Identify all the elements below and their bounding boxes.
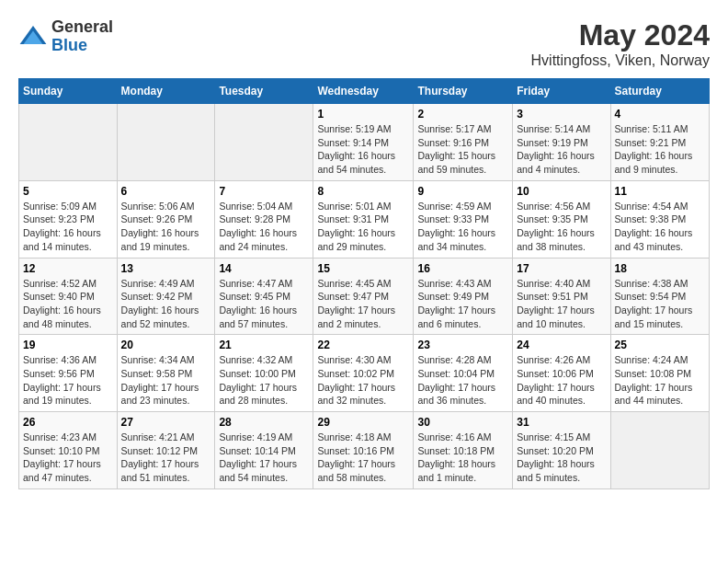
day-number: 18	[615, 262, 705, 275]
calendar-cell: 12Sunrise: 4:52 AMSunset: 9:40 PMDayligh…	[19, 258, 118, 335]
day-info: Sunrise: 4:38 AMSunset: 9:54 PMDaylight:…	[615, 277, 705, 331]
calendar-cell: 5Sunrise: 5:09 AMSunset: 9:23 PMDaylight…	[19, 180, 118, 258]
calendar-title: May 2024	[531, 18, 710, 52]
day-number: 23	[417, 339, 508, 351]
calendar-table: SundayMondayTuesdayWednesdayThursdayFrid…	[18, 78, 710, 489]
day-number: 1	[317, 108, 409, 121]
calendar-cell: 9Sunrise: 4:59 AMSunset: 9:33 PMDaylight…	[414, 180, 513, 258]
day-info: Sunrise: 5:06 AMSunset: 9:26 PMDaylight:…	[121, 200, 211, 254]
day-info: Sunrise: 4:43 AMSunset: 9:49 PMDaylight:…	[417, 277, 508, 331]
day-info: Sunrise: 5:14 AMSunset: 9:19 PMDaylight:…	[517, 122, 606, 177]
day-info: Sunrise: 4:34 AMSunset: 9:58 PMDaylight:…	[121, 353, 211, 408]
day-number: 13	[121, 262, 211, 275]
calendar-cell	[19, 104, 118, 181]
logo-text: General Blue	[51, 18, 113, 55]
calendar-cell: 26Sunrise: 4:23 AMSunset: 10:10 PMDaylig…	[19, 412, 118, 489]
day-number: 29	[317, 416, 409, 429]
calendar-cell: 15Sunrise: 4:45 AMSunset: 9:47 PMDayligh…	[313, 258, 414, 335]
day-number: 6	[121, 185, 211, 198]
day-number: 20	[121, 339, 211, 351]
day-number: 19	[23, 339, 113, 351]
day-number: 28	[219, 416, 309, 429]
calendar-week-row: 19Sunrise: 4:36 AMSunset: 9:56 PMDayligh…	[19, 335, 710, 412]
day-info: Sunrise: 4:18 AMSunset: 10:16 PMDaylight…	[317, 431, 409, 485]
calendar-cell: 21Sunrise: 4:32 AMSunset: 10:00 PMDaylig…	[215, 335, 313, 412]
day-number: 2	[417, 108, 508, 121]
day-info: Sunrise: 4:23 AMSunset: 10:10 PMDaylight…	[23, 431, 113, 485]
calendar-cell: 11Sunrise: 4:54 AMSunset: 9:38 PMDayligh…	[610, 180, 709, 258]
day-info: Sunrise: 4:32 AMSunset: 10:00 PMDaylight…	[219, 353, 309, 408]
calendar-cell: 24Sunrise: 4:26 AMSunset: 10:06 PMDaylig…	[513, 335, 610, 412]
day-info: Sunrise: 4:36 AMSunset: 9:56 PMDaylight:…	[23, 353, 113, 408]
calendar-cell: 16Sunrise: 4:43 AMSunset: 9:49 PMDayligh…	[414, 258, 513, 335]
day-number: 21	[219, 339, 309, 351]
day-info: Sunrise: 5:09 AMSunset: 9:23 PMDaylight:…	[23, 200, 113, 254]
calendar-cell: 4Sunrise: 5:11 AMSunset: 9:21 PMDaylight…	[610, 104, 709, 181]
calendar-cell: 22Sunrise: 4:30 AMSunset: 10:02 PMDaylig…	[313, 335, 414, 412]
logo-icon	[18, 22, 48, 52]
day-number: 31	[517, 416, 606, 429]
calendar-body: 1Sunrise: 5:19 AMSunset: 9:14 PMDaylight…	[19, 104, 710, 489]
day-info: Sunrise: 4:21 AMSunset: 10:12 PMDaylight…	[121, 431, 211, 485]
calendar-cell: 13Sunrise: 4:49 AMSunset: 9:42 PMDayligh…	[117, 258, 215, 335]
calendar-cell: 25Sunrise: 4:24 AMSunset: 10:08 PMDaylig…	[610, 335, 709, 412]
day-number: 10	[517, 185, 606, 198]
day-info: Sunrise: 5:19 AMSunset: 9:14 PMDaylight:…	[317, 122, 409, 177]
weekday-header-row: SundayMondayTuesdayWednesdayThursdayFrid…	[19, 79, 710, 104]
day-number: 3	[517, 108, 606, 121]
calendar-cell: 23Sunrise: 4:28 AMSunset: 10:04 PMDaylig…	[414, 335, 513, 412]
day-number: 8	[317, 185, 409, 198]
day-number: 17	[517, 262, 606, 275]
day-number: 5	[23, 185, 113, 198]
day-number: 25	[615, 339, 705, 351]
day-info: Sunrise: 4:52 AMSunset: 9:40 PMDaylight:…	[23, 277, 113, 331]
logo: General Blue	[18, 18, 113, 55]
calendar-cell: 31Sunrise: 4:15 AMSunset: 10:20 PMDaylig…	[513, 412, 610, 489]
weekday-wednesday: Wednesday	[313, 79, 414, 104]
calendar-cell: 1Sunrise: 5:19 AMSunset: 9:14 PMDaylight…	[313, 104, 414, 181]
day-info: Sunrise: 4:56 AMSunset: 9:35 PMDaylight:…	[517, 200, 606, 254]
logo-general: General	[51, 18, 113, 37]
calendar-cell: 2Sunrise: 5:17 AMSunset: 9:16 PMDaylight…	[414, 104, 513, 181]
day-info: Sunrise: 4:28 AMSunset: 10:04 PMDaylight…	[417, 353, 508, 408]
day-number: 30	[417, 416, 508, 429]
day-number: 4	[615, 108, 705, 121]
calendar-cell	[117, 104, 215, 181]
day-info: Sunrise: 4:47 AMSunset: 9:45 PMDaylight:…	[219, 277, 309, 331]
calendar-cell: 7Sunrise: 5:04 AMSunset: 9:28 PMDaylight…	[215, 180, 313, 258]
weekday-sunday: Sunday	[19, 79, 118, 104]
day-info: Sunrise: 4:59 AMSunset: 9:33 PMDaylight:…	[417, 200, 508, 254]
calendar-cell	[610, 412, 709, 489]
day-info: Sunrise: 4:49 AMSunset: 9:42 PMDaylight:…	[121, 277, 211, 331]
day-number: 12	[23, 262, 113, 275]
day-info: Sunrise: 4:45 AMSunset: 9:47 PMDaylight:…	[317, 277, 409, 331]
page-header: General Blue May 2024 Hvittingfoss, Vike…	[18, 18, 710, 69]
day-info: Sunrise: 4:24 AMSunset: 10:08 PMDaylight…	[615, 353, 705, 408]
calendar-cell	[215, 104, 313, 181]
calendar-cell: 14Sunrise: 4:47 AMSunset: 9:45 PMDayligh…	[215, 258, 313, 335]
day-number: 16	[417, 262, 508, 275]
day-info: Sunrise: 4:26 AMSunset: 10:06 PMDaylight…	[517, 353, 606, 408]
calendar-cell: 19Sunrise: 4:36 AMSunset: 9:56 PMDayligh…	[19, 335, 118, 412]
calendar-week-row: 1Sunrise: 5:19 AMSunset: 9:14 PMDaylight…	[19, 104, 710, 181]
calendar-cell: 29Sunrise: 4:18 AMSunset: 10:16 PMDaylig…	[313, 412, 414, 489]
calendar-week-row: 12Sunrise: 4:52 AMSunset: 9:40 PMDayligh…	[19, 258, 710, 335]
calendar-week-row: 5Sunrise: 5:09 AMSunset: 9:23 PMDaylight…	[19, 180, 710, 258]
calendar-cell: 3Sunrise: 5:14 AMSunset: 9:19 PMDaylight…	[513, 104, 610, 181]
day-number: 14	[219, 262, 309, 275]
day-number: 9	[417, 185, 508, 198]
calendar-cell: 10Sunrise: 4:56 AMSunset: 9:35 PMDayligh…	[513, 180, 610, 258]
calendar-cell: 6Sunrise: 5:06 AMSunset: 9:26 PMDaylight…	[117, 180, 215, 258]
day-info: Sunrise: 5:01 AMSunset: 9:31 PMDaylight:…	[317, 200, 409, 254]
day-info: Sunrise: 4:19 AMSunset: 10:14 PMDaylight…	[219, 431, 309, 485]
calendar-week-row: 26Sunrise: 4:23 AMSunset: 10:10 PMDaylig…	[19, 412, 710, 489]
weekday-monday: Monday	[117, 79, 215, 104]
weekday-friday: Friday	[513, 79, 610, 104]
day-number: 7	[219, 185, 309, 198]
weekday-saturday: Saturday	[610, 79, 709, 104]
day-number: 15	[317, 262, 409, 275]
calendar-header: SundayMondayTuesdayWednesdayThursdayFrid…	[19, 79, 710, 104]
day-info: Sunrise: 4:15 AMSunset: 10:20 PMDaylight…	[517, 431, 606, 485]
calendar-cell: 28Sunrise: 4:19 AMSunset: 10:14 PMDaylig…	[215, 412, 313, 489]
calendar-subtitle: Hvittingfoss, Viken, Norway	[531, 52, 710, 69]
